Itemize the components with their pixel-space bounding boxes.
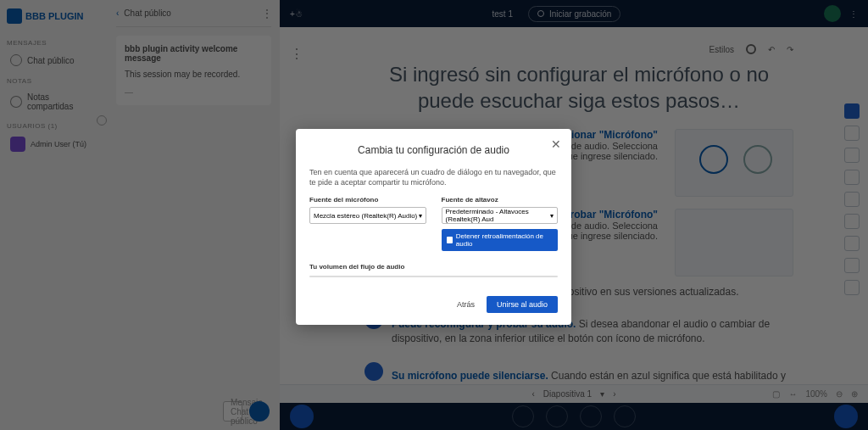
chevron-down-icon: ▾ [550,212,554,220]
lock-icon [447,237,453,243]
speaker-source-label: Fuente de altavoz [442,196,559,204]
close-icon[interactable]: ✕ [551,137,561,151]
speaker-source-select[interactable]: Predeterminado - Altavoces (Realtek(R) A… [442,207,559,224]
speaker-source-value: Predeterminado - Altavoces (Realtek(R) A… [446,208,551,223]
mic-source-select[interactable]: Mezcla estéreo (Realtek(R) Audio) ▾ [309,207,426,224]
join-audio-button[interactable]: Unirse al audio [487,296,558,313]
modal-description: Ten en cuenta que aparecerá un cuadro de… [309,168,558,187]
audio-settings-modal: ✕ Cambia tu configuración de audio Ten e… [296,129,571,325]
back-button[interactable]: Atrás [453,296,478,313]
chevron-down-icon: ▾ [419,212,422,220]
stop-feedback-label: Detener retroalimentación de audio [456,232,553,248]
speaker-source-group: Fuente de altavoz Predeterminado - Altav… [442,196,559,251]
volume-label: Tu volumen del flujo de audio [309,263,558,271]
mic-source-label: Fuente del micrófono [309,196,426,204]
mic-source-value: Mezcla estéreo (Realtek(R) Audio) [314,212,417,220]
mic-source-group: Fuente del micrófono Mezcla estéreo (Rea… [309,196,426,251]
modal-title: Cambia tu configuración de audio [309,144,558,156]
stop-feedback-button[interactable]: Detener retroalimentación de audio [442,229,559,251]
volume-meter [309,276,558,277]
